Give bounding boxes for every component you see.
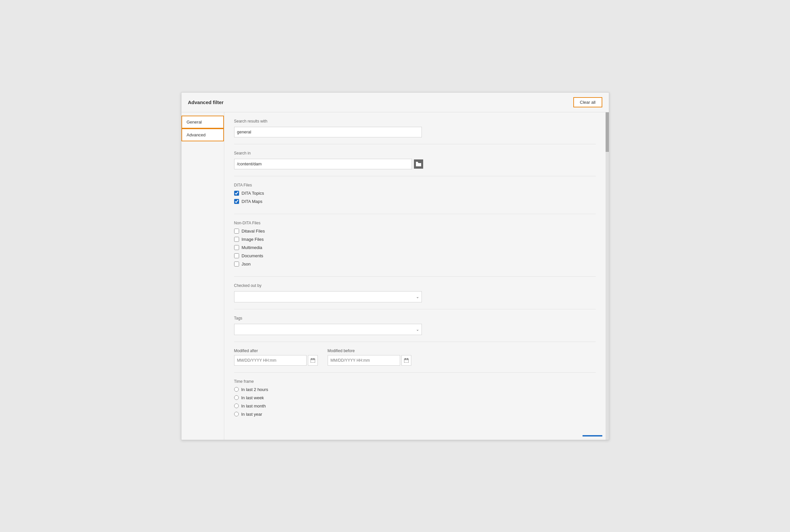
documents-label[interactable]: Documents [242, 253, 264, 258]
tags-select-row: ⌄ [234, 324, 422, 335]
time-2hours-label[interactable]: In last 2 hours [242, 387, 268, 392]
time-month-label[interactable]: In last month [242, 403, 266, 408]
search-in-row [234, 159, 596, 169]
clear-all-button[interactable]: Clear all [573, 97, 602, 108]
multimedia-row: Multimedia [234, 245, 596, 250]
main-content: Search results with Search in DITA File [224, 112, 605, 440]
footer-bar [582, 435, 602, 436]
json-checkbox[interactable] [234, 262, 239, 266]
modified-date-section: Modified after [234, 348, 596, 373]
non-dita-label: Non-DITA Files [234, 221, 596, 225]
modified-after-field: Modified after [234, 348, 318, 366]
json-row: Json [234, 262, 596, 266]
search-results-section: Search results with [234, 119, 596, 144]
dita-topics-label[interactable]: DITA Topics [242, 191, 264, 196]
dita-topics-row: DITA Topics [234, 191, 596, 196]
checked-out-section: Checked out by ⌄ [234, 283, 596, 309]
date-row: Modified after [234, 348, 596, 366]
time-frame-section: Time frame In last 2 hours In last week … [234, 379, 596, 426]
dita-maps-row: DITA Maps [234, 199, 596, 204]
json-label[interactable]: Json [242, 262, 251, 266]
advanced-filter-dialog: Advanced filter Clear all General Advanc… [181, 92, 609, 440]
search-in-section: Search in [234, 151, 596, 176]
modified-before-input-row [328, 355, 411, 366]
sidebar: General Advanced [181, 112, 224, 440]
ditaval-checkbox[interactable] [234, 229, 239, 233]
dita-topics-checkbox[interactable] [234, 191, 239, 196]
search-results-label: Search results with [234, 119, 596, 124]
dialog-footer [576, 432, 609, 440]
sidebar-item-general[interactable]: General [181, 116, 224, 129]
time-week-label[interactable]: In last week [242, 395, 264, 400]
dita-files-label: DITA Files [234, 183, 596, 187]
dita-maps-checkbox[interactable] [234, 199, 239, 204]
dialog-header: Advanced filter Clear all [181, 93, 609, 112]
svg-rect-0 [310, 359, 315, 363]
modified-before-label: Modified before [328, 348, 411, 353]
tags-section: Tags ⌄ [234, 316, 596, 342]
modified-before-field: Modified before [328, 348, 411, 366]
checked-out-select-row: ⌄ [234, 291, 422, 302]
checked-out-select[interactable] [234, 291, 422, 302]
ditaval-row: Ditaval Files [234, 229, 596, 233]
modified-after-calendar-icon[interactable] [308, 355, 318, 366]
image-checkbox[interactable] [234, 237, 239, 242]
time-year-row: In last year [234, 412, 596, 417]
modified-after-input-row [234, 355, 318, 366]
scrollbar-track[interactable] [605, 112, 609, 440]
time-month-radio[interactable] [234, 403, 239, 408]
time-week-radio[interactable] [234, 395, 239, 400]
time-year-radio[interactable] [234, 412, 239, 416]
time-2hours-row: In last 2 hours [234, 387, 596, 392]
non-dita-section: Non-DITA Files Ditaval Files Image Files… [234, 221, 596, 277]
dialog-title: Advanced filter [188, 99, 224, 105]
scrollbar-thumb[interactable] [605, 112, 609, 152]
search-in-label: Search in [234, 151, 596, 155]
svg-rect-4 [404, 359, 409, 363]
modified-before-input[interactable] [328, 355, 400, 366]
documents-row: Documents [234, 253, 596, 258]
time-year-label[interactable]: In last year [242, 412, 263, 417]
modified-before-calendar-icon[interactable] [401, 355, 411, 366]
multimedia-label[interactable]: Multimedia [242, 245, 263, 250]
sidebar-item-advanced[interactable]: Advanced [181, 129, 224, 141]
modified-after-label: Modified after [234, 348, 318, 353]
time-2hours-radio[interactable] [234, 387, 239, 392]
checked-out-label: Checked out by [234, 283, 596, 288]
dialog-body: General Advanced Search results with Sea… [181, 112, 609, 440]
dita-maps-label[interactable]: DITA Maps [242, 199, 263, 204]
modified-after-input[interactable] [234, 355, 307, 366]
image-label[interactable]: Image Files [242, 237, 264, 242]
multimedia-checkbox[interactable] [234, 245, 239, 250]
search-in-input[interactable] [234, 159, 412, 169]
documents-checkbox[interactable] [234, 253, 239, 258]
folder-browse-icon[interactable] [414, 159, 423, 169]
image-row: Image Files [234, 237, 596, 242]
ditaval-label[interactable]: Ditaval Files [242, 229, 265, 233]
tags-label: Tags [234, 316, 596, 321]
tags-select[interactable] [234, 324, 422, 335]
search-results-input[interactable] [234, 127, 422, 137]
time-week-row: In last week [234, 395, 596, 400]
time-frame-label: Time frame [234, 379, 596, 384]
time-month-row: In last month [234, 403, 596, 408]
dita-files-section: DITA Files DITA Topics DITA Maps [234, 183, 596, 214]
